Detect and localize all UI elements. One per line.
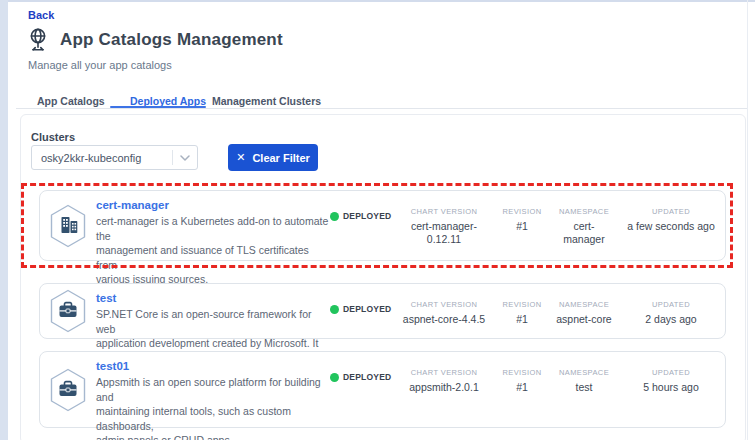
deployed-app-card-test01: test01 Appsmith is an open source platfo… [39,351,726,428]
namespace-value: cert- manager [552,220,616,246]
chart-version-label: CHART VERSION [396,300,492,309]
app-name-link[interactable]: test01 [96,360,330,372]
chart-version-value: aspnet-core-4.4.5 [396,313,492,326]
updated-column: UPDATED 2 days ago [616,300,726,338]
status-dot-icon [330,373,339,382]
app-name-link[interactable]: cert-manager [96,199,330,211]
x-icon: ✕ [236,152,245,163]
status-badge: DEPLOYED [330,352,396,427]
updated-label: UPDATED [616,368,726,377]
revision-column: REVISION #1 [492,207,552,260]
chart-version-label: CHART VERSION [396,368,492,377]
updated-value: 2 days ago [616,313,726,326]
namespace-column: NAMESPACE cert- manager [552,207,616,260]
left-edge-strip [0,0,8,440]
updated-label: UPDATED [616,207,726,216]
namespace-label: NAMESPACE [552,207,616,216]
namespace-column: NAMESPACE test [552,368,616,427]
card-meta-columns: CHART VERSION cert-manager-0.12.11 REVIS… [396,191,726,260]
namespace-column: NAMESPACE aspnet-core [552,300,616,338]
namespace-value: test [552,381,616,394]
status-label: DEPLOYED [343,304,391,314]
chart-version-label: CHART VERSION [396,207,492,216]
page-title: App Catalogs Management [60,30,283,50]
app-name-link[interactable]: test [96,292,330,304]
page-header: App Catalogs Management [26,27,283,53]
deployed-app-card-test: test SP.NET Core is an open-source frame… [39,283,726,339]
card-meta-columns: CHART VERSION aspnet-core-4.4.5 REVISION… [396,284,726,338]
chart-version-value: cert-manager-0.12.11 [396,220,492,246]
revision-label: REVISION [492,300,552,309]
tab-app-catalogs[interactable]: App Catalogs [37,95,105,107]
revision-column: REVISION #1 [492,368,552,427]
briefcase-hexagon-icon [49,368,87,412]
updated-column: UPDATED 5 hours ago [616,368,726,427]
revision-column: REVISION #1 [492,300,552,338]
chart-version-column: CHART VERSION cert-manager-0.12.11 [396,207,492,260]
tab-management-clusters[interactable]: Management Clusters [212,95,321,107]
buildings-hexagon-icon [49,204,87,248]
chart-version-column: CHART VERSION aspnet-core-4.4.5 [396,300,492,338]
globe-icon [26,27,50,53]
chevron-down-icon[interactable] [173,155,197,161]
deployed-app-card-cert-manager: cert-manager cert-manager is a Kubernete… [39,190,726,261]
chart-version-value: appsmith-2.0.1 [396,381,492,394]
chart-version-column: CHART VERSION appsmith-2.0.1 [396,368,492,427]
status-dot-icon [330,305,339,314]
status-badge: DEPLOYED [330,284,396,338]
updated-column: UPDATED a few seconds ago [616,207,726,260]
revision-label: REVISION [492,368,552,377]
clusters-select-value: osky2kkr-kubeconfig [32,152,172,164]
updated-label: UPDATED [616,300,726,309]
namespace-label: NAMESPACE [552,368,616,377]
right-border-line [747,0,748,440]
card-text-block: cert-manager cert-manager is a Kubernete… [96,191,330,260]
app-description: Appsmith is an open source platform for … [96,375,330,440]
status-badge: DEPLOYED [330,191,396,260]
status-label: DEPLOYED [343,372,391,382]
revision-value: #1 [492,313,552,326]
updated-value: 5 hours ago [616,381,726,394]
namespace-value: aspnet-core [552,313,616,326]
clusters-label: Clusters [31,131,75,143]
back-link[interactable]: Back [28,9,54,21]
updated-value: a few seconds ago [616,220,726,233]
top-border-line [8,0,755,2]
status-dot-icon [330,212,339,221]
namespace-label: NAMESPACE [552,300,616,309]
revision-value: #1 [492,220,552,233]
briefcase-hexagon-icon [49,289,87,333]
app-description: cert-manager is a Kubernetes add-on to a… [96,214,330,287]
revision-value: #1 [492,381,552,394]
status-label: DEPLOYED [343,211,391,221]
revision-label: REVISION [492,207,552,216]
clear-filter-button[interactable]: ✕ Clear Filter [228,144,318,171]
card-text-block: test01 Appsmith is an open source platfo… [96,352,330,427]
clear-filter-label: Clear Filter [252,152,309,164]
card-text-block: test SP.NET Core is an open-source frame… [96,284,330,338]
card-meta-columns: CHART VERSION appsmith-2.0.1 REVISION #1… [396,352,726,427]
tabs-bottom-border [16,108,747,109]
page-subtitle: Manage all your app catalogs [28,59,172,71]
clusters-select[interactable]: osky2kkr-kubeconfig [31,145,198,170]
